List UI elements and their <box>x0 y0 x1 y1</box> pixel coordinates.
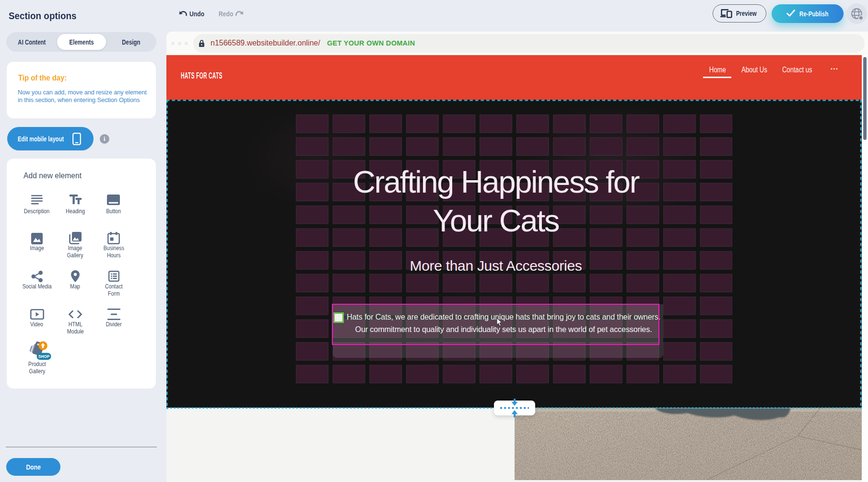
svg-text:SHOP: SHOP <box>38 354 50 359</box>
